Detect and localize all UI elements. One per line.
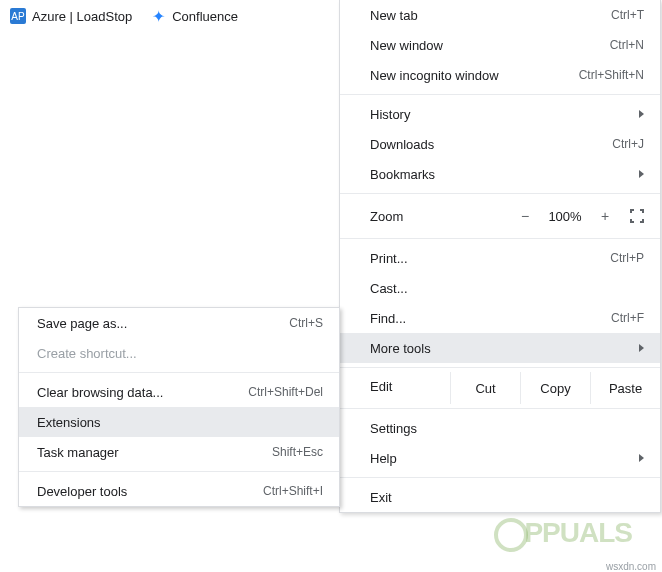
menu-label: New tab [370, 8, 611, 23]
menu-item-history[interactable]: History [340, 99, 660, 129]
menu-item-more-tools[interactable]: More tools [340, 333, 660, 363]
fullscreen-icon [630, 209, 644, 223]
menu-shortcut: Ctrl+N [610, 38, 644, 52]
copy-button[interactable]: Copy [520, 372, 590, 404]
menu-separator [340, 238, 660, 239]
menu-label: Create shortcut... [37, 346, 323, 361]
zoom-in-button[interactable]: + [590, 204, 620, 228]
fullscreen-button[interactable] [622, 204, 652, 228]
menu-shortcut: Ctrl+Shift+Del [248, 385, 323, 399]
menu-item-help[interactable]: Help [340, 443, 660, 473]
bookmark-azure[interactable]: AP Azure | LoadStop [10, 8, 132, 24]
menu-separator [340, 367, 660, 368]
menu-item-bookmarks[interactable]: Bookmarks [340, 159, 660, 189]
submenu-item-create-shortcut: Create shortcut... [19, 338, 339, 368]
submenu-item-save-page[interactable]: Save page as... Ctrl+S [19, 308, 339, 338]
menu-label: New window [370, 38, 610, 53]
chrome-main-menu: New tab Ctrl+T New window Ctrl+N New inc… [339, 0, 661, 513]
menu-item-new-incognito[interactable]: New incognito window Ctrl+Shift+N [340, 60, 660, 90]
submenu-item-task-manager[interactable]: Task manager Shift+Esc [19, 437, 339, 467]
submenu-item-developer-tools[interactable]: Developer tools Ctrl+Shift+I [19, 476, 339, 506]
menu-shortcut: Ctrl+T [611, 8, 644, 22]
submenu-arrow-icon [639, 110, 644, 118]
menu-label: History [370, 107, 631, 122]
menu-item-edit: Edit Cut Copy Paste [340, 372, 660, 404]
submenu-arrow-icon [639, 170, 644, 178]
menu-label: Bookmarks [370, 167, 631, 182]
menu-item-downloads[interactable]: Downloads Ctrl+J [340, 129, 660, 159]
menu-item-zoom: Zoom − 100% + [340, 198, 660, 234]
menu-label: Zoom [370, 209, 510, 224]
menu-item-exit[interactable]: Exit [340, 482, 660, 512]
menu-shortcut: Ctrl+Shift+N [579, 68, 644, 82]
paste-button[interactable]: Paste [590, 372, 660, 404]
menu-separator [340, 477, 660, 478]
logo-text: PPUALS [524, 517, 632, 548]
more-tools-submenu: Save page as... Ctrl+S Create shortcut..… [18, 307, 340, 507]
menu-label: Downloads [370, 137, 612, 152]
menu-label: Developer tools [37, 484, 263, 499]
menu-label: Extensions [37, 415, 323, 430]
zoom-controls: − 100% + [510, 204, 652, 228]
menu-item-cast[interactable]: Cast... [340, 273, 660, 303]
menu-shortcut: Ctrl+Shift+I [263, 484, 323, 498]
menu-label: Task manager [37, 445, 272, 460]
menu-label: Clear browsing data... [37, 385, 248, 400]
menu-label: Settings [370, 421, 644, 436]
menu-label: Find... [370, 311, 611, 326]
menu-label: Help [370, 451, 631, 466]
menu-item-print[interactable]: Print... Ctrl+P [340, 243, 660, 273]
menu-item-settings[interactable]: Settings [340, 413, 660, 443]
bookmark-label: Azure | LoadStop [32, 9, 132, 24]
menu-label: Edit [340, 372, 450, 404]
menu-label: New incognito window [370, 68, 579, 83]
submenu-item-clear-browsing[interactable]: Clear browsing data... Ctrl+Shift+Del [19, 377, 339, 407]
bookmark-label: Confluence [172, 9, 238, 24]
submenu-arrow-icon [639, 454, 644, 462]
submenu-item-extensions[interactable]: Extensions [19, 407, 339, 437]
menu-item-find[interactable]: Find... Ctrl+F [340, 303, 660, 333]
menu-shortcut: Ctrl+P [610, 251, 644, 265]
menu-shortcut: Shift+Esc [272, 445, 323, 459]
cut-button[interactable]: Cut [450, 372, 520, 404]
menu-shortcut: Ctrl+S [289, 316, 323, 330]
submenu-arrow-icon [639, 344, 644, 352]
menu-separator [19, 471, 339, 472]
menu-label: Exit [370, 490, 644, 505]
watermark-site: wsxdn.com [606, 561, 656, 572]
menu-label: More tools [370, 341, 631, 356]
zoom-out-button[interactable]: − [510, 204, 540, 228]
menu-separator [340, 408, 660, 409]
menu-shortcut: Ctrl+F [611, 311, 644, 325]
menu-label: Cast... [370, 281, 644, 296]
bookmark-confluence[interactable]: ✦ Confluence [150, 8, 238, 24]
menu-label: Print... [370, 251, 610, 266]
azure-icon: AP [10, 8, 26, 24]
confluence-icon: ✦ [150, 8, 166, 24]
zoom-percent: 100% [542, 209, 588, 224]
menu-label: Save page as... [37, 316, 289, 331]
menu-item-new-window[interactable]: New window Ctrl+N [340, 30, 660, 60]
menu-separator [340, 193, 660, 194]
menu-separator [340, 94, 660, 95]
menu-shortcut: Ctrl+J [612, 137, 644, 151]
menu-item-new-tab[interactable]: New tab Ctrl+T [340, 0, 660, 30]
watermark-logo: PPUALS [494, 517, 632, 552]
menu-separator [19, 372, 339, 373]
